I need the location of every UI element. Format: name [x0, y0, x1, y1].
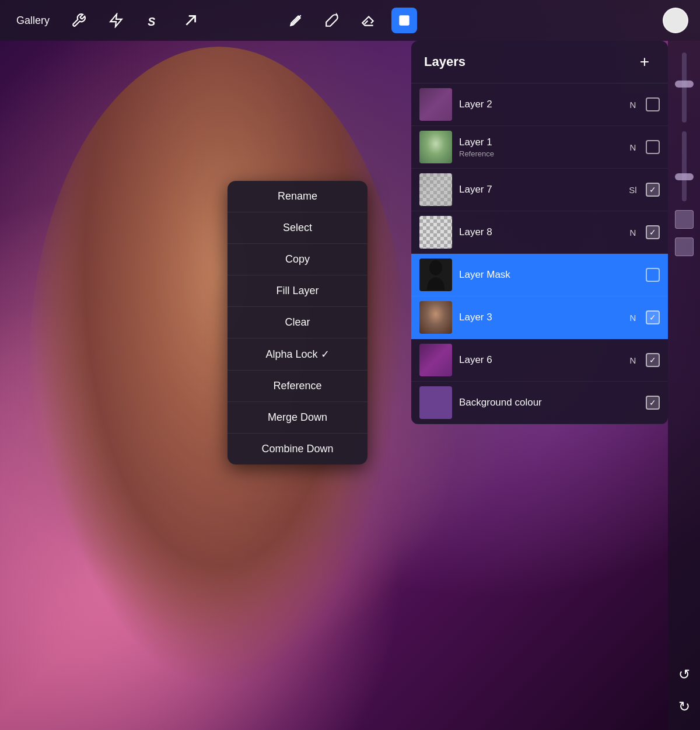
layer8-blend: N [627, 228, 639, 237]
svg-text:S: S [148, 15, 155, 28]
menu-clear[interactable]: Clear [228, 307, 368, 338]
menu-rename[interactable]: Rename [228, 181, 368, 212]
eraser-tool[interactable] [355, 8, 381, 33]
layer8-info: Layer 8 [452, 226, 627, 238]
layer2-visibility[interactable] [646, 97, 660, 111]
menu-merge-down[interactable]: Merge Down [228, 402, 368, 434]
background-name: Background colour [459, 397, 620, 408]
layer1-thumbnail [419, 131, 452, 163]
layer-item-layer2[interactable]: Layer 2 N [411, 83, 668, 126]
menu-copy[interactable]: Copy [228, 244, 368, 275]
menu-fill-layer[interactable]: Fill Layer [228, 275, 368, 307]
toolbar-left: Gallery S [12, 8, 283, 33]
adjust-button[interactable] [103, 8, 129, 33]
background-info: Background colour [452, 397, 627, 408]
layer6-thumbnail [419, 344, 452, 376]
layer6-visibility[interactable] [646, 353, 660, 367]
layers-panel: Layers + Layer 2 N Layer 1 Reference N L… [411, 41, 668, 424]
layer6-info: Layer 6 [452, 354, 627, 366]
layer6-blend: N [627, 355, 639, 365]
layer1-visibility[interactable] [646, 140, 660, 154]
layer8-name: Layer 8 [459, 226, 620, 238]
layer-item-mask[interactable]: Layer Mask [411, 254, 668, 296]
add-layer-button[interactable]: + [634, 51, 655, 72]
brush-size-thumb[interactable] [675, 81, 694, 88]
background-visibility[interactable] [646, 396, 660, 410]
transform-button[interactable] [178, 8, 204, 33]
undo-button[interactable]: ↺ [673, 663, 696, 686]
mask-visibility[interactable] [646, 268, 660, 282]
background-thumbnail [419, 386, 452, 419]
top-toolbar: Gallery S [0, 0, 700, 41]
layer-item-layer8[interactable]: Layer 8 N [411, 211, 668, 254]
layer3-name: Layer 3 [459, 312, 620, 323]
mask-thumbnail [419, 259, 452, 291]
svg-line-2 [186, 16, 195, 25]
layer-item-layer6[interactable]: Layer 6 N [411, 339, 668, 382]
layer2-info: Layer 2 [452, 99, 627, 110]
redo-button[interactable]: ↻ [673, 695, 696, 718]
mask-info: Layer Mask [452, 269, 627, 281]
toolbar-center [283, 8, 417, 33]
layer8-visibility[interactable] [646, 225, 660, 239]
smudge-button[interactable]: S [141, 8, 166, 33]
layers-header: Layers + [411, 41, 668, 83]
layer1-info: Layer 1 Reference [452, 137, 627, 158]
layer3-thumbnail [419, 301, 452, 334]
layer7-blend: Sl [627, 185, 639, 195]
svg-marker-0 [110, 14, 122, 27]
layer-item-background[interactable]: Background colour [411, 382, 668, 424]
layer-item-layer1[interactable]: Layer 1 Reference N [411, 126, 668, 169]
svg-point-5 [429, 260, 442, 275]
menu-reference[interactable]: Reference [228, 371, 368, 402]
smudge-tool-active[interactable] [391, 8, 417, 33]
layer3-blend: N [627, 313, 639, 323]
modifier-box-2[interactable] [675, 237, 694, 256]
wrench-button[interactable] [66, 8, 92, 33]
layer2-thumbnail [419, 88, 452, 121]
layer1-blend: N [627, 142, 639, 152]
modifier-box-1[interactable] [675, 210, 694, 229]
menu-alpha-lock[interactable]: Alpha Lock ✓ [228, 338, 368, 371]
pen-tool[interactable] [283, 8, 309, 33]
brush-tool[interactable] [319, 8, 345, 33]
menu-select[interactable]: Select [228, 212, 368, 244]
layer2-blend: N [627, 100, 639, 110]
menu-combine-down[interactable]: Combine Down [228, 434, 368, 464]
layer7-name: Layer 7 [459, 184, 620, 195]
layer7-info: Layer 7 [452, 184, 627, 195]
layer7-thumbnail [419, 173, 452, 206]
toolbar-right [417, 8, 688, 33]
layer2-name: Layer 2 [459, 99, 620, 110]
layer8-thumbnail [419, 216, 452, 249]
mask-name: Layer Mask [459, 269, 620, 281]
brush-size-slider[interactable] [682, 53, 687, 123]
right-sidebar: ↺ ↻ [668, 41, 700, 730]
color-picker[interactable] [663, 8, 688, 33]
layer1-sub: Reference [459, 149, 620, 158]
opacity-thumb[interactable] [675, 173, 694, 180]
layers-title: Layers [424, 54, 466, 69]
layer-item-layer7[interactable]: Layer 7 Sl [411, 169, 668, 211]
layer1-name: Layer 1 [459, 137, 620, 148]
gallery-button[interactable]: Gallery [12, 8, 54, 33]
svg-rect-4 [399, 15, 409, 25]
layer-item-layer3[interactable]: Layer 3 N [411, 296, 668, 339]
layer7-visibility[interactable] [646, 183, 660, 197]
opacity-slider[interactable] [682, 131, 687, 201]
layer3-visibility[interactable] [646, 310, 660, 324]
layer6-name: Layer 6 [459, 354, 620, 366]
context-menu: Rename Select Copy Fill Layer Clear Alph… [228, 181, 368, 464]
layer3-info: Layer 3 [452, 312, 627, 323]
